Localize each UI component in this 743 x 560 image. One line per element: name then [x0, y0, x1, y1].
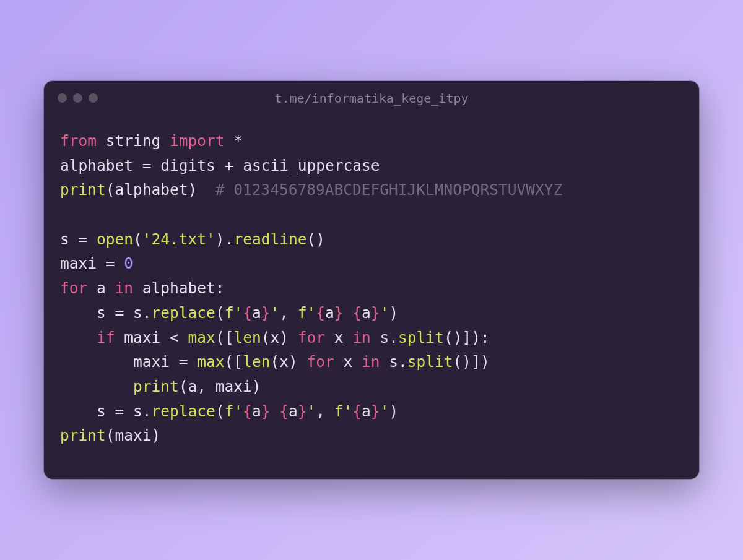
brace: { [243, 402, 252, 420]
var-a: a [325, 304, 334, 322]
kw-for: for [306, 353, 334, 371]
fn-open: open [97, 230, 133, 248]
rparen: ) [215, 230, 225, 248]
titlebar: t.me/informatika_kege_itpy [44, 81, 699, 115]
rparen: ) [316, 230, 325, 248]
indent [60, 377, 133, 395]
var-x: x [334, 329, 344, 347]
id-ascii-upper: ascii_uppercase [243, 157, 380, 174]
eq: = [106, 254, 115, 272]
lparen: ( [133, 230, 142, 248]
lparen: ( [215, 329, 225, 347]
lparen: ( [453, 353, 463, 371]
brace: { [352, 402, 362, 420]
lparen: ( [215, 402, 225, 420]
lparen: ( [106, 181, 115, 199]
fn-len: len [243, 353, 270, 371]
close-icon[interactable] [58, 93, 67, 103]
kw-in: in [352, 329, 371, 347]
rparen: ) [289, 353, 298, 371]
var-x: x [343, 353, 352, 371]
fstr: ' [380, 304, 389, 322]
lparen: ( [106, 426, 115, 444]
lt: < [170, 329, 179, 347]
plus: + [225, 157, 234, 174]
fn-print: print [60, 426, 106, 444]
indent [60, 402, 97, 420]
code-window: t.me/informatika_kege_itpy from string i… [44, 81, 699, 479]
fn-split: split [398, 329, 444, 347]
brace: } [371, 304, 380, 322]
id-s: s [133, 304, 142, 322]
window-title: t.me/informatika_kege_itpy [44, 91, 699, 106]
kw-for: for [298, 329, 325, 347]
dot: . [389, 329, 398, 347]
eq: = [179, 353, 188, 371]
eq: = [79, 230, 88, 248]
var-s: s [97, 402, 106, 420]
lparen: ( [306, 230, 316, 248]
kw-from: from [60, 132, 97, 150]
fn-max: max [188, 329, 215, 347]
var-a: a [289, 402, 298, 420]
brace: } [298, 402, 307, 420]
var-s: s [97, 304, 106, 322]
fstr: f' [225, 402, 243, 420]
eq: = [115, 304, 124, 322]
rparen: ) [462, 353, 471, 371]
brace: } [261, 304, 271, 322]
indent [60, 304, 97, 322]
eq: = [115, 402, 124, 420]
dot: . [142, 304, 152, 322]
rparen: ) [152, 426, 161, 444]
fstr: ' [270, 304, 279, 322]
id-digits: digits [160, 157, 215, 174]
var-maxi: maxi [133, 353, 170, 371]
space-str [344, 304, 353, 322]
colon: : [215, 279, 225, 297]
fn-max: max [197, 353, 224, 371]
colon: : [480, 329, 490, 347]
rbracket: ] [471, 353, 480, 371]
var-a: a [362, 304, 371, 322]
kw-if: if [97, 329, 115, 347]
sep [197, 181, 215, 199]
fstr: f' [225, 304, 243, 322]
indent [60, 329, 97, 347]
rparen: ) [480, 353, 490, 371]
rparen: ) [389, 402, 398, 420]
str-filename: '24.txt' [142, 230, 215, 248]
var-a: a [97, 279, 106, 297]
lparen: ( [270, 353, 279, 371]
brace: { [352, 304, 362, 322]
var-s: s [60, 230, 69, 248]
comment: # 0123456789ABCDEFGHIJKLMNOPQRSTUVWXYZ [215, 181, 563, 199]
arg-alphabet: alphabet [115, 181, 188, 199]
kw-in: in [115, 279, 134, 297]
brace: { [316, 304, 325, 322]
maximize-icon[interactable] [89, 93, 98, 103]
brace: { [279, 402, 289, 420]
var-maxi: maxi [60, 254, 97, 272]
var-alphabet: alphabet [60, 157, 133, 174]
kw-for: for [60, 279, 87, 297]
module-name: string [106, 132, 161, 150]
brace: { [243, 304, 252, 322]
brace: } [334, 304, 344, 322]
rparen: ) [389, 304, 398, 322]
dot: . [142, 402, 152, 420]
window-controls [58, 93, 98, 103]
lparen: ( [215, 304, 225, 322]
num-zero: 0 [124, 254, 133, 272]
fstr: ' [380, 402, 389, 420]
var-x: x [270, 329, 279, 347]
arg-maxi: maxi [115, 426, 152, 444]
rparen: ) [453, 329, 463, 347]
kw-in: in [362, 353, 380, 371]
lparen: ( [261, 329, 271, 347]
space [206, 377, 215, 395]
id-s: s [133, 402, 142, 420]
var-maxi: maxi [124, 329, 160, 347]
minimize-icon[interactable] [73, 93, 82, 103]
rparen: ) [188, 181, 198, 199]
